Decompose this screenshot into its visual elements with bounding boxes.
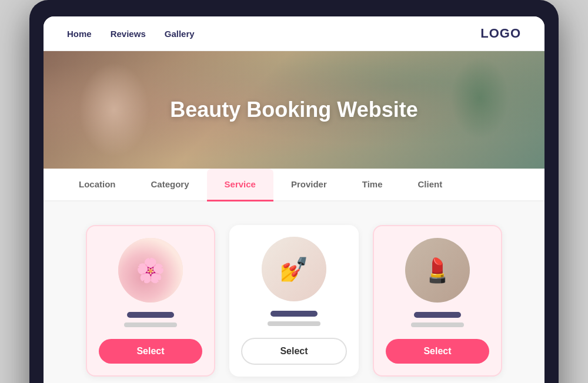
service-card-2: Select: [229, 225, 359, 377]
card-image-2: [262, 237, 326, 301]
card-image-3: [405, 238, 470, 303]
card-image-1: [118, 238, 183, 303]
navbar: Home Reviews Gallery LOGO: [44, 16, 544, 51]
nav-item-home[interactable]: Home: [67, 29, 92, 39]
tab-provider[interactable]: Provider: [273, 169, 345, 201]
service-card-3: Select: [373, 225, 502, 377]
service-card-1: Select: [86, 225, 215, 377]
booking-tabs: Location Category Service Provider Time …: [44, 169, 544, 201]
card-3-label: [414, 312, 461, 318]
service-cards-container: Select Select Select: [44, 201, 544, 383]
nails-image: [262, 237, 326, 301]
tab-category[interactable]: Category: [133, 169, 207, 201]
card-1-label: [127, 312, 174, 318]
device-frame: Home Reviews Gallery LOGO Beauty Booking…: [29, 0, 559, 383]
select-button-1[interactable]: Select: [99, 339, 202, 364]
tab-location[interactable]: Location: [61, 169, 133, 201]
beauty-products-image: [118, 238, 183, 303]
card-2-label: [270, 311, 318, 317]
logo: LOGO: [480, 26, 521, 41]
hero-banner: Beauty Booking Website: [44, 51, 544, 169]
card-1-sublabel: [124, 322, 177, 327]
tab-time[interactable]: Time: [345, 169, 400, 201]
nav-links: Home Reviews Gallery: [67, 29, 195, 39]
card-3-sublabel: [411, 322, 464, 327]
card-2-sublabel: [268, 321, 320, 326]
select-button-3[interactable]: Select: [386, 339, 489, 364]
hero-title: Beauty Booking Website: [170, 98, 417, 122]
screen: Home Reviews Gallery LOGO Beauty Booking…: [44, 16, 544, 383]
nav-item-gallery[interactable]: Gallery: [165, 29, 195, 39]
makeup-image: [405, 238, 470, 303]
select-button-2[interactable]: Select: [241, 338, 347, 365]
nav-item-reviews[interactable]: Reviews: [111, 29, 146, 39]
tab-client[interactable]: Client: [400, 169, 460, 201]
tab-service[interactable]: Service: [207, 169, 273, 201]
